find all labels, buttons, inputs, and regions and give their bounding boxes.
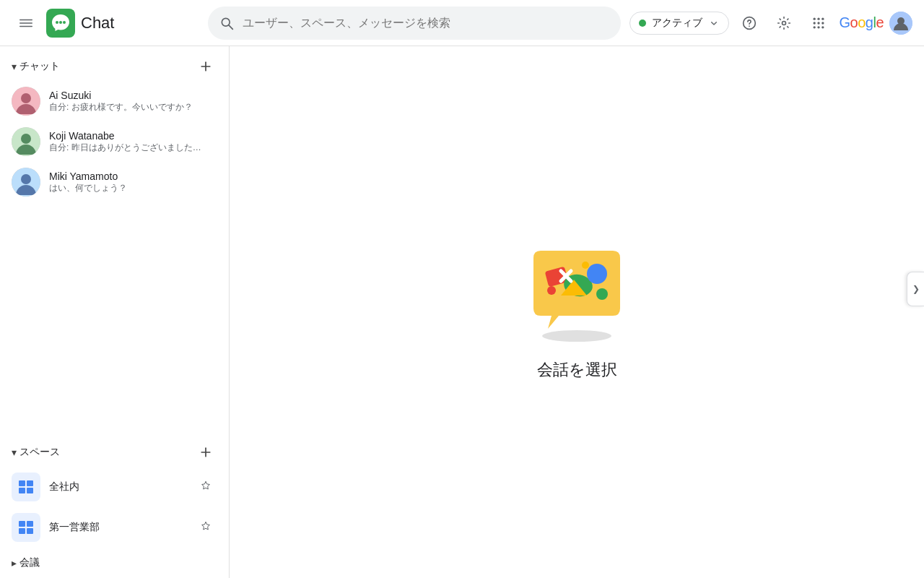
zenshaunai-pin-icon (200, 480, 212, 494)
svg-point-13 (818, 17, 820, 20)
sidebar: ▾ チャット Ai Suzuki 自分: お疲れ様です (0, 46, 230, 578)
svg-point-47 (596, 288, 608, 300)
svg-point-18 (814, 26, 816, 28)
app-body: ▾ チャット Ai Suzuki 自分: お疲れ様です (0, 46, 924, 578)
svg-rect-36 (27, 488, 33, 493)
app-title: Chat (81, 14, 114, 33)
daiichi-icon (12, 513, 40, 542)
search-icon (219, 16, 234, 30)
chats-section-header: ▾ チャット (0, 46, 229, 81)
svg-point-28 (21, 134, 31, 144)
svg-point-6 (63, 21, 66, 24)
svg-point-5 (59, 21, 62, 24)
zenshaunai-name: 全社内 (49, 480, 191, 493)
google-logo-text: Google (839, 14, 884, 31)
spaces-section-header: ▾ スペース (0, 432, 229, 467)
svg-rect-35 (19, 488, 25, 493)
svg-point-46 (547, 286, 556, 295)
chevron-down-icon (708, 17, 720, 29)
spaces-chevron-icon: ▾ (12, 447, 17, 458)
chat-item-miki-yamamoto[interactable]: Miki Yamamoto はい、何でしょう？ (0, 162, 223, 202)
chats-chevron-icon: ▾ (12, 61, 17, 72)
ai-suzuki-preview: 自分: お疲れ様です。今いいですか？ (49, 101, 212, 113)
meetings-section[interactable]: ▸ 会議 (0, 548, 229, 578)
search-input[interactable] (243, 17, 609, 30)
settings-button[interactable] (770, 9, 798, 38)
header-left: Chat (12, 9, 199, 38)
meetings-chevron-icon: ▸ (12, 557, 17, 569)
koji-watanabe-preview: 自分: 昨日はありがとうございました… (49, 142, 212, 154)
app-header: Chat アクティブ (0, 0, 924, 46)
status-label: アクティブ (652, 17, 702, 30)
header-right: アクティブ (629, 9, 912, 38)
hamburger-button[interactable] (12, 9, 40, 38)
koji-watanabe-info: Koji Watanabe 自分: 昨日はありがとうございました… (49, 130, 212, 154)
spaces-title-row[interactable]: ▾ スペース (12, 446, 60, 459)
svg-point-15 (814, 22, 816, 24)
miki-yamamoto-avatar (12, 168, 40, 197)
space-item-daiichi[interactable]: 第一営業部 (0, 507, 223, 548)
svg-point-41 (542, 330, 611, 342)
status-dot (639, 20, 646, 27)
empty-state-title: 会話を選択 (537, 359, 617, 381)
miki-yamamoto-name: Miki Yamamoto (49, 171, 212, 182)
spaces-section-title: スペース (19, 446, 60, 459)
svg-rect-0 (19, 19, 32, 20)
svg-rect-33 (19, 480, 25, 486)
svg-rect-38 (27, 521, 33, 527)
svg-rect-1 (19, 22, 32, 24)
svg-point-20 (822, 26, 824, 28)
ai-suzuki-info: Ai Suzuki 自分: お疲れ様です。今いいですか？ (49, 90, 212, 113)
svg-point-26 (21, 93, 31, 103)
empty-state: 会話を選択 (519, 243, 635, 381)
collapse-icon: ❯ (912, 284, 920, 294)
svg-line-8 (229, 25, 232, 28)
ai-suzuki-avatar (12, 87, 40, 116)
svg-rect-37 (19, 521, 25, 527)
app-logo-icon (46, 9, 75, 38)
daiichi-name: 第一営業部 (49, 521, 191, 534)
svg-point-48 (582, 262, 589, 269)
koji-watanabe-avatar (12, 127, 40, 156)
svg-point-30 (21, 174, 31, 184)
help-button[interactable] (735, 9, 764, 38)
svg-point-11 (783, 21, 786, 25)
ai-suzuki-name: Ai Suzuki (49, 90, 212, 101)
apps-button[interactable] (804, 9, 833, 38)
add-chat-button[interactable] (194, 55, 217, 78)
svg-point-12 (814, 17, 816, 20)
zenshaunai-icon (12, 473, 40, 501)
chat-item-koji-watanabe[interactable]: Koji Watanabe 自分: 昨日はありがとうございました… (0, 121, 223, 162)
koji-watanabe-name: Koji Watanabe (49, 130, 212, 142)
add-space-button[interactable] (194, 441, 217, 464)
collapse-sidebar-button[interactable]: ❯ (907, 272, 924, 306)
search-bar[interactable] (208, 7, 621, 40)
svg-point-19 (818, 26, 820, 28)
svg-rect-39 (19, 528, 25, 534)
svg-rect-40 (27, 528, 33, 534)
space-item-zenshaunai[interactable]: 全社内 (0, 467, 223, 507)
svg-point-44 (587, 264, 607, 284)
svg-rect-2 (19, 25, 32, 27)
meetings-title: 会議 (19, 556, 40, 569)
miki-yamamoto-info: Miki Yamamoto はい、何でしょう？ (49, 171, 212, 194)
user-avatar[interactable] (889, 12, 912, 35)
chat-item-ai-suzuki[interactable]: Ai Suzuki 自分: お疲れ様です。今いいですか？ (0, 81, 223, 121)
miki-yamamoto-preview: はい、何でしょう？ (49, 182, 212, 194)
svg-point-17 (822, 22, 824, 24)
chat-illustration (519, 243, 635, 345)
svg-point-14 (822, 17, 824, 20)
status-button[interactable]: アクティブ (629, 12, 729, 35)
daiichi-pin-icon (200, 521, 212, 535)
main-content: 会話を選択 (230, 46, 924, 578)
chats-title-row[interactable]: ▾ チャット (12, 60, 60, 73)
chats-section-title: チャット (19, 60, 60, 73)
svg-rect-34 (27, 480, 33, 486)
svg-point-16 (818, 22, 820, 24)
svg-point-4 (56, 21, 58, 24)
svg-point-10 (749, 25, 751, 27)
